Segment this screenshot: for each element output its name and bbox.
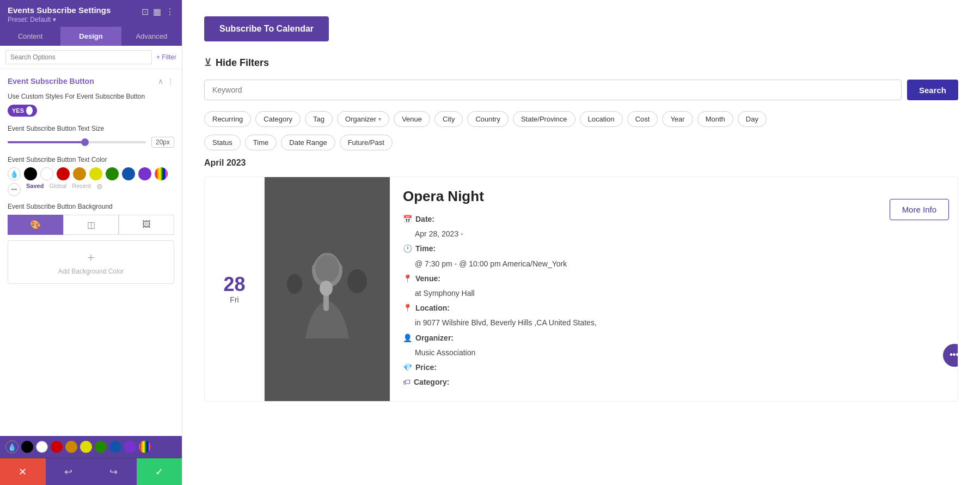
filter-country[interactable]: Country [467,111,509,127]
color-black[interactable] [24,167,37,180]
bg-color-box[interactable]: ＋ Add Background Color [8,240,174,284]
filter-date-range[interactable]: Date Range [281,135,335,150]
filter-organizer[interactable]: Organizer▾ [337,111,389,127]
bottom-color-yellow[interactable] [80,441,92,453]
color-blue[interactable] [122,167,135,180]
more-colors-btn[interactable]: ••• [8,183,21,196]
slider-thumb[interactable] [81,138,89,146]
filter-tag[interactable]: Tag [305,111,333,127]
bg-tab-color[interactable]: 🎨 [8,215,63,235]
filter-time[interactable]: Time [245,135,277,150]
filter-location[interactable]: Location [580,111,623,127]
color-purple[interactable] [138,167,151,180]
location-icon: 📍 [403,301,412,315]
search-options-input[interactable] [5,50,152,64]
confirm-button[interactable]: ✓ [137,458,182,485]
collapse-icon[interactable]: ∧ [158,77,163,86]
color-tab-saved[interactable]: Saved [26,183,44,191]
more-icon[interactable]: ⋮ [166,7,174,17]
event-image [265,177,390,401]
keyword-row: Search [204,80,958,100]
organizer-value: Music Association [415,346,475,360]
filter-status[interactable]: Status [204,135,241,150]
more-info-button[interactable]: More Info [890,199,949,220]
time-value: @ 7:30 pm - @ 10:00 pm America/New_York [415,257,567,271]
bottom-color-orange[interactable] [65,441,77,453]
bottom-color-purple[interactable] [124,441,136,453]
filter-state-province[interactable]: State/Province [513,111,575,127]
color-orange[interactable] [73,167,86,180]
filter-venue[interactable]: Venue [394,111,430,127]
calendar-icon: 📅 [403,213,412,226]
event-date-box: 28 Fri [205,177,265,401]
event-day-name: Fri [230,295,238,304]
left-panel: Events Subscribe Settings Preset: Defaul… [0,0,182,485]
event-title: Opera Night [403,188,868,205]
color-yellow[interactable] [89,167,102,180]
organizer-icon: 👤 [403,331,412,345]
clock-icon: 🕐 [403,242,412,256]
hide-filters-toggle[interactable]: ⊻ Hide Filters [204,57,958,69]
filter-button[interactable]: + Filter [156,53,176,61]
search-bar: + Filter [0,46,182,69]
date-label: Date: [415,213,434,226]
slider-value[interactable]: 20px [151,137,174,148]
filter-day[interactable]: Day [738,111,767,127]
bottom-eyedropper[interactable]: 💧 [5,440,19,453]
filter-cost[interactable]: Cost [627,111,658,127]
bottom-color-custom[interactable] [139,441,151,453]
bottom-color-red[interactable] [51,441,63,453]
color-custom[interactable] [155,167,168,180]
bottom-bar: ✕ ↩ ↪ ✓ [0,458,182,485]
bg-tab-gradient[interactable]: ◫ [63,215,119,235]
bottom-color-black[interactable] [21,441,33,453]
search-button[interactable]: Search [907,80,958,100]
section-more-icon[interactable]: ⋮ [167,77,174,86]
event-info-wrap: Opera Night 📅 Date: Apr 28, 2023 - 🕐 Tim… [390,177,881,401]
section-title: Event Subscribe Button [8,77,94,86]
bottom-color-green[interactable] [95,441,107,453]
event-meta: 📅 Date: Apr 28, 2023 - 🕐 Time: @ 7:30 pm… [403,213,868,389]
filter-recurring[interactable]: Recurring [204,111,251,127]
bg-tab-image[interactable]: 🖼 [119,215,174,235]
cancel-button[interactable]: ✕ [0,458,46,485]
category-icon: 🏷 [403,375,411,389]
redo-button[interactable]: ↪ [91,458,137,485]
text-size-slider[interactable] [8,141,146,143]
panel-title: Events Subscribe Settings [8,5,111,15]
bottom-color-blue[interactable] [109,441,121,453]
filter-city[interactable]: City [434,111,463,127]
grid-icon[interactable]: ▦ [153,7,161,17]
tab-advanced[interactable]: Advanced [121,27,182,46]
section-header: Event Subscribe Button ∧ ⋮ [8,77,174,86]
filter-month[interactable]: Month [697,111,733,127]
color-tab-global[interactable]: Global [49,183,66,191]
time-label: Time: [415,242,436,256]
eyedropper-button[interactable]: 💧 [8,167,21,180]
panel-preset[interactable]: Preset: Default ▾ [8,16,111,23]
toggle-text: YES [12,107,24,114]
panel-header-icons: ⊡ ▦ ⋮ [142,7,174,17]
bottom-color-white[interactable] [36,441,48,453]
expand-icon[interactable]: ⊡ [142,7,149,17]
color-tab-recent[interactable]: Recent [72,183,91,191]
filter-funnel-icon: ⊻ [204,57,211,69]
toggle-knob [26,106,33,115]
keyword-input[interactable] [204,80,902,100]
tab-content[interactable]: Content [0,27,60,46]
filter-category[interactable]: Category [255,111,301,127]
bottom-color-bar: 💧 [0,436,182,458]
color-red[interactable] [57,167,70,180]
tab-design[interactable]: Design [60,27,121,46]
subscribe-to-calendar-button[interactable]: Subscribe To Calendar [204,16,329,41]
color-green[interactable] [106,167,119,180]
custom-styles-toggle[interactable]: YES [8,105,37,117]
event-day-number: 28 [223,275,245,294]
color-settings-icon[interactable]: ⚙ [96,183,103,191]
undo-button[interactable]: ↩ [46,458,91,485]
section-icons: ∧ ⋮ [158,77,174,86]
color-white[interactable] [40,167,53,180]
filter-future-past[interactable]: Future/Past [340,135,393,150]
filter-year[interactable]: Year [662,111,693,127]
color-tabs: Saved Global Recent ⚙ [26,183,103,191]
